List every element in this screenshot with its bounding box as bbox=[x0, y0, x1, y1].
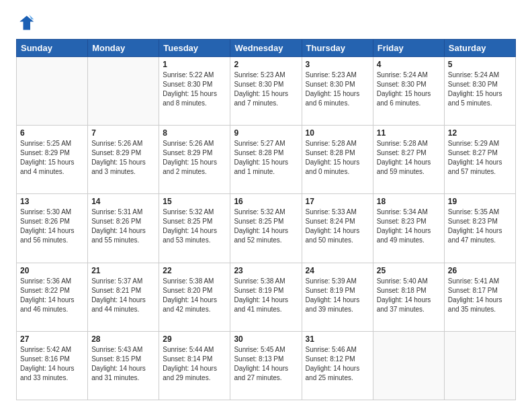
cell-content: Sunrise: 5:38 AM Sunset: 8:20 PM Dayligh… bbox=[163, 277, 226, 314]
day-number: 26 bbox=[448, 266, 512, 275]
cell-content: Sunrise: 5:24 AM Sunset: 8:30 PM Dayligh… bbox=[377, 71, 441, 108]
day-number: 1 bbox=[163, 60, 226, 69]
cell-content: Sunrise: 5:35 AM Sunset: 8:23 PM Dayligh… bbox=[448, 208, 512, 245]
calendar-cell: 15Sunrise: 5:32 AM Sunset: 8:25 PM Dayli… bbox=[159, 194, 230, 263]
day-number: 22 bbox=[163, 266, 226, 275]
cell-content: Sunrise: 5:25 AM Sunset: 8:29 PM Dayligh… bbox=[20, 139, 84, 177]
weekday-header-row: SundayMondayTuesdayWednesdayThursdayFrid… bbox=[17, 40, 516, 57]
cell-content: Sunrise: 5:37 AM Sunset: 8:21 PM Dayligh… bbox=[91, 277, 155, 314]
calendar-cell: 16Sunrise: 5:32 AM Sunset: 8:25 PM Dayli… bbox=[230, 194, 302, 263]
day-number: 16 bbox=[234, 197, 298, 206]
calendar-cell: 24Sunrise: 5:39 AM Sunset: 8:19 PM Dayli… bbox=[302, 263, 373, 331]
cell-content: Sunrise: 5:27 AM Sunset: 8:28 PM Dayligh… bbox=[234, 139, 298, 177]
day-number: 3 bbox=[306, 60, 369, 69]
weekday-header-tuesday: Tuesday bbox=[159, 40, 230, 57]
day-number: 24 bbox=[306, 266, 369, 275]
calendar-table: SundayMondayTuesdayWednesdayThursdayFrid… bbox=[16, 39, 516, 400]
cell-content: Sunrise: 5:23 AM Sunset: 8:30 PM Dayligh… bbox=[306, 71, 369, 108]
calendar-cell: 27Sunrise: 5:42 AM Sunset: 8:16 PM Dayli… bbox=[17, 331, 88, 400]
cell-content: Sunrise: 5:46 AM Sunset: 8:12 PM Dayligh… bbox=[306, 345, 369, 383]
cell-content: Sunrise: 5:39 AM Sunset: 8:19 PM Dayligh… bbox=[306, 277, 369, 314]
day-number: 8 bbox=[163, 128, 226, 138]
cell-content: Sunrise: 5:32 AM Sunset: 8:25 PM Dayligh… bbox=[163, 208, 226, 245]
day-number: 10 bbox=[306, 128, 369, 138]
calendar-cell: 1Sunrise: 5:22 AM Sunset: 8:30 PM Daylig… bbox=[159, 57, 230, 126]
week-row-2: 6Sunrise: 5:25 AM Sunset: 8:29 PM Daylig… bbox=[17, 126, 516, 194]
calendar-cell: 26Sunrise: 5:41 AM Sunset: 8:17 PM Dayli… bbox=[444, 263, 515, 331]
calendar-cell: 17Sunrise: 5:33 AM Sunset: 8:24 PM Dayli… bbox=[302, 194, 373, 263]
cell-content: Sunrise: 5:36 AM Sunset: 8:22 PM Dayligh… bbox=[20, 277, 84, 314]
calendar-cell: 7Sunrise: 5:26 AM Sunset: 8:29 PM Daylig… bbox=[88, 126, 159, 194]
cell-content: Sunrise: 5:41 AM Sunset: 8:17 PM Dayligh… bbox=[448, 277, 512, 314]
day-number: 21 bbox=[91, 266, 155, 275]
calendar-cell: 14Sunrise: 5:31 AM Sunset: 8:26 PM Dayli… bbox=[88, 194, 159, 263]
cell-content: Sunrise: 5:38 AM Sunset: 8:19 PM Dayligh… bbox=[234, 277, 298, 314]
cell-content: Sunrise: 5:45 AM Sunset: 8:13 PM Dayligh… bbox=[234, 345, 298, 383]
day-number: 6 bbox=[20, 128, 84, 138]
calendar-cell: 18Sunrise: 5:34 AM Sunset: 8:23 PM Dayli… bbox=[373, 194, 444, 263]
cell-content: Sunrise: 5:42 AM Sunset: 8:16 PM Dayligh… bbox=[20, 345, 84, 383]
calendar-cell bbox=[88, 57, 159, 126]
week-row-5: 27Sunrise: 5:42 AM Sunset: 8:16 PM Dayli… bbox=[17, 331, 516, 400]
header bbox=[16, 13, 516, 32]
calendar-cell: 22Sunrise: 5:38 AM Sunset: 8:20 PM Dayli… bbox=[159, 263, 230, 331]
cell-content: Sunrise: 5:44 AM Sunset: 8:14 PM Dayligh… bbox=[163, 345, 226, 383]
calendar-cell: 4Sunrise: 5:24 AM Sunset: 8:30 PM Daylig… bbox=[373, 57, 444, 126]
calendar-cell: 12Sunrise: 5:29 AM Sunset: 8:27 PM Dayli… bbox=[444, 126, 515, 194]
day-number: 9 bbox=[234, 128, 298, 138]
weekday-header-wednesday: Wednesday bbox=[230, 40, 302, 57]
cell-content: Sunrise: 5:40 AM Sunset: 8:18 PM Dayligh… bbox=[377, 277, 441, 314]
calendar-cell: 6Sunrise: 5:25 AM Sunset: 8:29 PM Daylig… bbox=[17, 126, 88, 194]
day-number: 19 bbox=[448, 197, 512, 206]
cell-content: Sunrise: 5:28 AM Sunset: 8:28 PM Dayligh… bbox=[306, 139, 369, 177]
calendar-cell: 23Sunrise: 5:38 AM Sunset: 8:19 PM Dayli… bbox=[230, 263, 302, 331]
day-number: 25 bbox=[377, 266, 441, 275]
cell-content: Sunrise: 5:43 AM Sunset: 8:15 PM Dayligh… bbox=[91, 345, 155, 383]
calendar-cell: 25Sunrise: 5:40 AM Sunset: 8:18 PM Dayli… bbox=[373, 263, 444, 331]
calendar-cell: 28Sunrise: 5:43 AM Sunset: 8:15 PM Dayli… bbox=[88, 331, 159, 400]
calendar-cell: 19Sunrise: 5:35 AM Sunset: 8:23 PM Dayli… bbox=[444, 194, 515, 263]
calendar-cell: 2Sunrise: 5:23 AM Sunset: 8:30 PM Daylig… bbox=[230, 57, 302, 126]
calendar-cell: 30Sunrise: 5:45 AM Sunset: 8:13 PM Dayli… bbox=[230, 331, 302, 400]
calendar-cell: 8Sunrise: 5:26 AM Sunset: 8:29 PM Daylig… bbox=[159, 126, 230, 194]
day-number: 7 bbox=[91, 128, 155, 138]
day-number: 18 bbox=[377, 197, 441, 206]
calendar-cell: 11Sunrise: 5:28 AM Sunset: 8:27 PM Dayli… bbox=[373, 126, 444, 194]
day-number: 20 bbox=[20, 266, 84, 275]
cell-content: Sunrise: 5:32 AM Sunset: 8:25 PM Dayligh… bbox=[234, 208, 298, 245]
calendar-cell bbox=[17, 57, 88, 126]
calendar-cell: 21Sunrise: 5:37 AM Sunset: 8:21 PM Dayli… bbox=[88, 263, 159, 331]
calendar-cell: 29Sunrise: 5:44 AM Sunset: 8:14 PM Dayli… bbox=[159, 331, 230, 400]
logo-icon bbox=[16, 13, 35, 32]
cell-content: Sunrise: 5:30 AM Sunset: 8:26 PM Dayligh… bbox=[20, 208, 84, 245]
day-number: 29 bbox=[163, 334, 226, 344]
day-number: 13 bbox=[20, 197, 84, 206]
calendar-cell: 9Sunrise: 5:27 AM Sunset: 8:28 PM Daylig… bbox=[230, 126, 302, 194]
weekday-header-friday: Friday bbox=[373, 40, 444, 57]
week-row-3: 13Sunrise: 5:30 AM Sunset: 8:26 PM Dayli… bbox=[17, 194, 516, 263]
weekday-header-monday: Monday bbox=[88, 40, 159, 57]
cell-content: Sunrise: 5:29 AM Sunset: 8:27 PM Dayligh… bbox=[448, 139, 512, 177]
day-number: 27 bbox=[20, 334, 84, 344]
day-number: 17 bbox=[306, 197, 369, 206]
calendar-cell: 13Sunrise: 5:30 AM Sunset: 8:26 PM Dayli… bbox=[17, 194, 88, 263]
calendar-cell bbox=[444, 331, 515, 400]
day-number: 28 bbox=[91, 334, 155, 344]
day-number: 4 bbox=[377, 60, 441, 69]
day-number: 11 bbox=[377, 128, 441, 138]
cell-content: Sunrise: 5:24 AM Sunset: 8:30 PM Dayligh… bbox=[448, 71, 512, 108]
cell-content: Sunrise: 5:26 AM Sunset: 8:29 PM Dayligh… bbox=[163, 139, 226, 177]
weekday-header-sunday: Sunday bbox=[17, 40, 88, 57]
weekday-header-thursday: Thursday bbox=[302, 40, 373, 57]
day-number: 23 bbox=[234, 266, 298, 275]
day-number: 30 bbox=[234, 334, 298, 344]
day-number: 31 bbox=[306, 334, 369, 344]
calendar-cell: 5Sunrise: 5:24 AM Sunset: 8:30 PM Daylig… bbox=[444, 57, 515, 126]
cell-content: Sunrise: 5:31 AM Sunset: 8:26 PM Dayligh… bbox=[91, 208, 155, 245]
page: SundayMondayTuesdayWednesdayThursdayFrid… bbox=[0, 0, 532, 411]
cell-content: Sunrise: 5:33 AM Sunset: 8:24 PM Dayligh… bbox=[306, 208, 369, 245]
cell-content: Sunrise: 5:34 AM Sunset: 8:23 PM Dayligh… bbox=[377, 208, 441, 245]
day-number: 12 bbox=[448, 128, 512, 138]
calendar-cell: 3Sunrise: 5:23 AM Sunset: 8:30 PM Daylig… bbox=[302, 57, 373, 126]
calendar-cell: 20Sunrise: 5:36 AM Sunset: 8:22 PM Dayli… bbox=[17, 263, 88, 331]
